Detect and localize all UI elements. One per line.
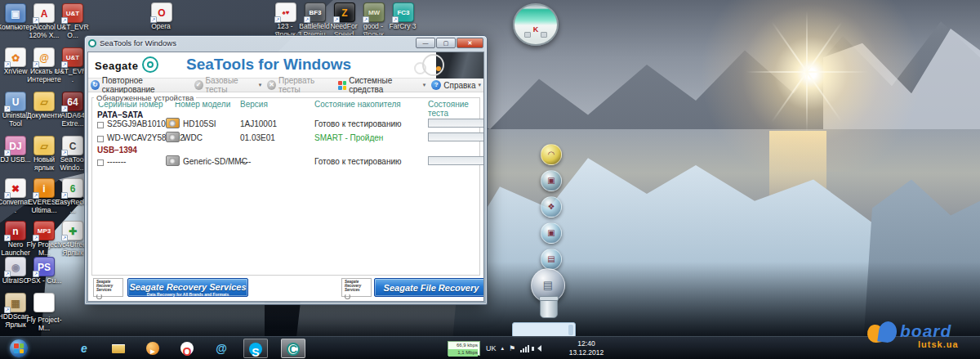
computer-icon: ▣ <box>6 4 25 24</box>
wmp-icon: ▶ <box>146 342 159 355</box>
ie-icon: e <box>81 342 87 355</box>
basic-tests-button[interactable]: ✓Базовые тесты▾ <box>194 76 261 94</box>
shortcut-arrow-icon: ↗ <box>33 17 39 24</box>
taskbar-internet-explorer[interactable]: e <box>72 339 96 358</box>
drive-icon <box>166 132 180 142</box>
app-header: Seagate SeaTools for Windows <box>88 52 483 79</box>
desktop-icon-dj-usb[interactable]: DJ↗DJ USB... <box>2 136 29 164</box>
window-title: SeaTools for Windows <box>100 38 176 47</box>
dock-wifi-icon[interactable]: ◠ <box>541 144 562 165</box>
row2-checkbox[interactable] <box>97 136 104 142</box>
file-recovery-banner[interactable]: Seagate File Recovery <box>374 278 484 297</box>
language-indicator[interactable]: UK <box>486 344 497 352</box>
desktop-icon-alcohol[interactable]: A↗Alcohol 120% X... <box>30 3 58 39</box>
desktop-icon-mw3[interactable]: MW↗good - Ярлык <box>359 2 389 38</box>
desktop-icon-folder-shortcut[interactable]: ▱Новый ярлык <box>30 136 58 172</box>
gadget-scrollbar[interactable] <box>568 325 573 335</box>
kaspersky-gadget[interactable]: K <box>513 3 559 46</box>
window-titlebar[interactable]: SeaTools for Windows — ▢ ✕ <box>85 36 487 50</box>
desktop-icon-documents[interactable]: ▱Документи <box>30 92 58 120</box>
network-speed-gadget[interactable]: 66,9 kbps1,1 Mbps <box>448 341 480 356</box>
dock-item-icon[interactable]: ▣ <box>541 170 562 191</box>
dropdown-arrow-icon: ▾ <box>259 82 262 88</box>
row2-status: SMART - Пройден <box>314 133 383 142</box>
desktop-icon-opera[interactable]: O↗Opera <box>147 2 176 31</box>
desktop-icon-ultraiso[interactable]: ◉↗UltraISO <box>2 257 29 285</box>
desktop-icon-seatools[interactable]: C↗SeaTool Windo... <box>59 136 87 172</box>
desktop-icon-uninstall-tool[interactable]: U↗Uninstall Tool <box>2 92 29 128</box>
desktop-icon-farcry3[interactable]: FC3↗FarCry 3 <box>389 2 418 31</box>
taskbar-seatools-active[interactable]: C <box>281 339 305 358</box>
kaspersky-gadget-button[interactable] <box>524 32 531 38</box>
watermark-name: board <box>900 321 951 341</box>
shortcut-arrow-icon: ↗ <box>4 192 11 199</box>
row1-status: Готово к тестированию <box>314 119 402 128</box>
kaspersky-gadget-button[interactable] <box>541 32 547 38</box>
taskbar-media-player[interactable]: ▶ <box>140 339 165 358</box>
shortcut-arrow-icon: ↗ <box>333 16 340 23</box>
desktop: ▣Компьютер A↗Alcohol 120% X... U&T↗U&T_E… <box>0 0 980 359</box>
taskbar-explorer[interactable] <box>106 339 131 358</box>
desktop-icon-xnview[interactable]: ✿↗XnView <box>2 47 29 76</box>
shortcut-arrow-icon: ↗ <box>61 61 68 68</box>
toolbar: ↻Повторное сканирование ✓Базовые тесты▾ … <box>88 79 483 92</box>
network-icon[interactable] <box>520 345 529 352</box>
seatools-app-icon <box>88 39 96 47</box>
seatools-window: SeaTools for Windows — ▢ ✕ Seagate SeaTo… <box>84 35 488 305</box>
recycle-bin-icon[interactable] <box>540 298 558 318</box>
desktop-icon-fly-project-file[interactable]: Fly Project-M... <box>30 293 58 332</box>
seatools-icon: C <box>287 343 300 356</box>
desktop-icon-nero[interactable]: n↗Nero Launcher <box>2 221 29 257</box>
row3-progressbar <box>428 156 484 165</box>
desktop-icon-aida64[interactable]: 64↗AIDA64 Extre... <box>59 92 87 128</box>
column-header-drive-status: Состояние накопителя <box>314 100 401 109</box>
desktop-icon-computer[interactable]: ▣Компьютер <box>2 3 29 32</box>
system-tools-button[interactable]: Системные средства▾ <box>338 76 425 94</box>
shortcut-arrow-icon: ↗ <box>33 192 39 199</box>
desktop-icon-uit-evro[interactable]: U&T↗U&T_EVRO... <box>59 3 87 39</box>
row1-checkbox[interactable] <box>97 122 104 128</box>
hidden-icons-button[interactable]: ▴ <box>501 345 505 352</box>
shortcut-arrow-icon: ↗ <box>4 271 11 277</box>
desktop-icon-search-internet[interactable]: @↗Искать в Интернете <box>30 47 58 83</box>
wallpaper-sun <box>693 0 929 172</box>
shortcut-arrow-icon: ↗ <box>363 16 369 23</box>
desktop-icon-uit-evr[interactable]: U&T↗U&T_EVR... <box>59 47 87 83</box>
system-tray: UK ▴ ⚑ <box>486 337 541 359</box>
desktop-icon-easyrecovery[interactable]: 6↗EasyRecov... <box>59 178 87 214</box>
row3-checkbox[interactable] <box>97 159 104 166</box>
window-body: Seagate SeaTools for Windows ↻Повторное … <box>87 52 484 302</box>
dock-item-icon[interactable]: ▣ <box>541 222 562 244</box>
start-button[interactable] <box>10 339 28 357</box>
shortcut-arrow-icon: ↗ <box>61 235 68 241</box>
desktop-icon-everest[interactable]: i↗EVEREST Ultima... <box>30 178 58 214</box>
row1-serial: S25GJ9AB101007 <box>107 119 175 128</box>
shortcut-arrow-icon: ↗ <box>33 271 39 277</box>
help-button[interactable]: ?Справка▾ <box>431 80 481 90</box>
dropdown-arrow-icon: ▾ <box>423 82 426 88</box>
desktop-icon-hddscan[interactable]: ▦↗HDDScan - Ярлык <box>2 293 29 329</box>
maximize-button[interactable]: ▢ <box>436 38 456 48</box>
desktop-icon-fly-project-mp3[interactable]: MP3↗Fly Project-M... <box>30 221 58 257</box>
taskbar-skype[interactable]: S <box>243 339 268 358</box>
dock-window-icon[interactable]: ▤ <box>541 249 562 270</box>
minimize-button[interactable]: — <box>416 38 435 48</box>
dock-item-icon[interactable]: ❖ <box>541 196 562 218</box>
taskbar-opera[interactable]: O <box>175 339 199 358</box>
close-button[interactable]: ✕ <box>457 38 483 48</box>
abort-tests-button[interactable]: ✕Прервать тесты <box>267 76 332 94</box>
taskbar-clock[interactable]: 12:40 13.12.2012 <box>567 339 606 357</box>
kaspersky-logo-icon: K <box>533 25 539 34</box>
section-pata-sata: PATA–SATA <box>97 110 143 119</box>
row3-status: Готово к тестированию <box>314 157 402 166</box>
recovery-services-banner[interactable]: Seagate Recovery ServicesData Recovery f… <box>127 278 248 297</box>
desktop-icon-convert[interactable]: ✖↗Convernat... <box>2 178 29 214</box>
taskbar-mail-agent[interactable]: @ <box>209 339 234 358</box>
windows-flag-icon <box>338 81 346 90</box>
desktop-icon-vc4u[interactable]: ✚↗vc4Ufree Ярлык <box>59 221 87 257</box>
shortcut-arrow-icon: ↗ <box>61 150 68 156</box>
action-center-flag-icon[interactable]: ⚑ <box>509 344 515 352</box>
speaker-icon[interactable] <box>534 345 541 352</box>
rescan-button[interactable]: ↻Повторное сканирование <box>91 76 189 94</box>
desktop-icon-psx[interactable]: PS↗PSX - Cu... <box>30 257 58 285</box>
